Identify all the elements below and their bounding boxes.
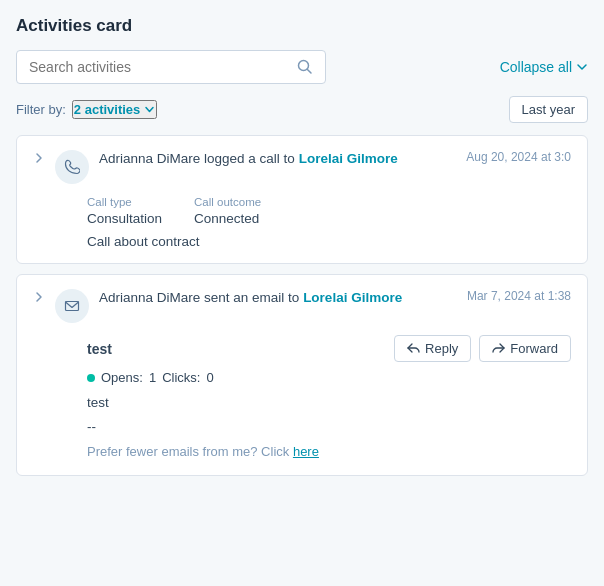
filter-chevron-icon (144, 104, 155, 115)
reply-button[interactable]: Reply (394, 335, 471, 362)
last-year-button[interactable]: Last year (509, 96, 588, 123)
chevron-down-icon (576, 61, 588, 73)
green-dot-icon (87, 374, 95, 382)
collapse-all-button[interactable]: Collapse all (500, 59, 588, 75)
search-bar[interactable] (16, 50, 326, 84)
chevron-right-icon (33, 291, 45, 303)
email-expand-button[interactable] (33, 291, 45, 306)
filter-by-label: Filter by: (16, 102, 66, 117)
email-subject: test (87, 341, 112, 357)
forward-icon (492, 342, 505, 355)
reply-icon (407, 342, 420, 355)
email-icon-circle (55, 289, 89, 323)
call-detail-grid: Call type Consultation Call outcome Conn… (87, 196, 571, 226)
call-outcome-col: Call outcome Connected (194, 196, 261, 226)
phone-icon (64, 159, 80, 175)
opens-value: 1 (149, 370, 156, 385)
filter-row: Filter by: 2 activities Last year (16, 96, 588, 123)
email-footer: Prefer fewer emails from me? Click here (87, 442, 571, 462)
here-link[interactable]: here (293, 444, 319, 459)
svg-line-1 (307, 69, 311, 73)
call-activity-details: Call type Consultation Call outcome Conn… (33, 196, 571, 249)
email-body-line1: test (87, 393, 571, 413)
call-notes: Call about contract (87, 234, 571, 249)
clicks-label: Clicks: (162, 370, 200, 385)
page-title: Activities card (16, 16, 588, 36)
email-activity-details: test Reply Forward (33, 335, 571, 461)
email-body: test -- Prefer fewer emails from me? Cli… (87, 393, 571, 461)
email-activity-header: Adrianna DiMare sent an email to Lorelai… (33, 289, 571, 323)
email-actions: Reply Forward (394, 335, 571, 362)
email-activity-card: Adrianna DiMare sent an email to Lorelai… (16, 274, 588, 476)
page-container: Activities card Collapse all Filter by: … (0, 0, 604, 476)
call-icon-circle (55, 150, 89, 184)
call-activity-text: Adrianna DiMare logged a call to Lorelai… (99, 150, 448, 169)
opens-label: Opens: (101, 370, 143, 385)
email-opens-row: Opens: 1 Clicks: 0 (87, 370, 571, 385)
call-timestamp: Aug 20, 2024 at 3:0 (466, 150, 571, 164)
filter-badge-button[interactable]: 2 activities (72, 100, 158, 119)
email-timestamp: Mar 7, 2024 at 1:38 (467, 289, 571, 303)
email-activity-text: Adrianna DiMare sent an email to Lorelai… (99, 289, 449, 308)
call-activity-card: Adrianna DiMare logged a call to Lorelai… (16, 135, 588, 264)
svg-rect-2 (66, 302, 79, 311)
call-expand-button[interactable] (33, 152, 45, 167)
email-subject-row: test Reply Forward (87, 335, 571, 362)
email-icon (64, 298, 80, 314)
chevron-right-icon (33, 152, 45, 164)
call-contact-link[interactable]: Lorelai Gilmore (299, 151, 398, 166)
search-icon (297, 59, 313, 75)
search-input[interactable] (29, 59, 289, 75)
email-body-line2: -- (87, 417, 571, 437)
forward-button[interactable]: Forward (479, 335, 571, 362)
call-activity-header: Adrianna DiMare logged a call to Lorelai… (33, 150, 571, 184)
email-contact-link[interactable]: Lorelai Gilmore (303, 290, 402, 305)
call-type-col: Call type Consultation (87, 196, 162, 226)
search-bar-row: Collapse all (16, 50, 588, 84)
clicks-value: 0 (206, 370, 213, 385)
